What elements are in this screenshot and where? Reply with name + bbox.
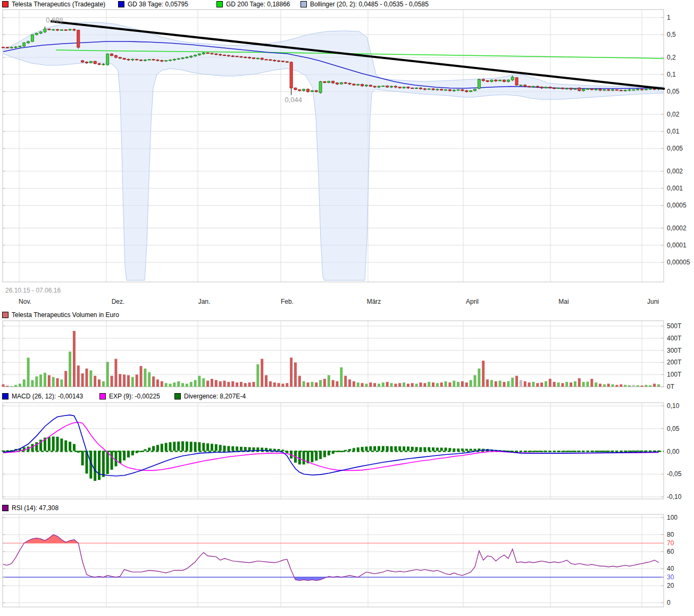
legend-label: GD 38 Tage: 0,05795	[128, 1, 188, 8]
exp-line	[3, 422, 659, 471]
svg-text:0,00005: 0,00005	[667, 259, 690, 266]
svg-text:60: 60	[667, 548, 674, 555]
month-label: Juni	[647, 298, 659, 305]
price-legend: Telesta Therapeutics (Tradegate)GD 38 Ta…	[0, 0, 694, 9]
legend-label: Telesta Therapeutics (Tradegate)	[12, 1, 105, 8]
macd-line	[3, 415, 659, 476]
svg-text:0,0001: 0,0001	[667, 242, 687, 249]
svg-text:0,5: 0,5	[667, 31, 676, 38]
legend-label: Bollinger (20, 2): 0,0485 - 0,0535 - 0,0…	[310, 1, 429, 8]
svg-text:500T: 500T	[667, 322, 682, 330]
legend-label: GD 200 Tage: 0,18866	[226, 1, 290, 8]
svg-text:-0,05: -0,05	[667, 470, 682, 478]
rsi-chart: 1008070604030200	[0, 512, 694, 616]
price-annotation: 0,698	[46, 16, 63, 24]
legend-swatch-icon	[216, 1, 223, 7]
legend-item: Bollinger (20, 2): 0,0485 - 0,0535 - 0,0…	[300, 1, 429, 8]
legend-swatch-icon	[2, 393, 9, 399]
stock-chart-page: { "meta": { "instrument": "Telesta Thera…	[0, 0, 694, 616]
legend-item: GD 38 Tage: 0,05795	[118, 1, 188, 8]
month-label: März	[367, 298, 381, 305]
svg-text:-0,10: -0,10	[667, 493, 682, 501]
month-label: Dez.	[112, 298, 125, 305]
svg-text:200T: 200T	[667, 359, 682, 366]
month-label: April	[466, 298, 479, 305]
price-annotation: 0,044	[285, 96, 302, 104]
macd-legend: MACD (26, 12): -0,00143EXP (9): -0,00225…	[0, 392, 694, 401]
svg-text:0: 0	[667, 599, 671, 606]
rsi-legend: RSI (14): 47,308	[0, 504, 694, 512]
svg-text:40: 40	[667, 565, 674, 572]
svg-text:0,001: 0,001	[667, 185, 683, 192]
volume-chart: 500T400T300T200T100T0T	[0, 319, 694, 401]
legend-swatch-icon	[118, 1, 124, 7]
svg-text:0T: 0T	[667, 383, 675, 390]
legend-item: GD 200 Tage: 0,18866	[216, 1, 290, 8]
legend-label: MACD (26, 12): -0,00143	[12, 393, 83, 400]
svg-text:0,1: 0,1	[667, 71, 676, 78]
month-label: Jan.	[198, 298, 211, 305]
legend-label: Telesta Therapeutics Volumen in Euro	[12, 311, 119, 319]
svg-text:300T: 300T	[667, 347, 682, 354]
macd-chart: 0,100,050,00-0,05-0,10	[0, 401, 694, 504]
legend-label: RSI (14): 47,308	[12, 504, 58, 512]
legend-swatch-icon	[2, 1, 9, 7]
month-label: Feb.	[281, 298, 294, 305]
bollinger-band	[3, 22, 664, 280]
month-label: Mai	[558, 298, 568, 305]
svg-text:1: 1	[667, 14, 671, 21]
svg-text:0,05: 0,05	[667, 88, 680, 95]
svg-text:0,05: 0,05	[667, 425, 680, 432]
rsi-line	[3, 535, 659, 580]
svg-text:0,0005: 0,0005	[667, 202, 687, 209]
legend-swatch-icon	[99, 393, 106, 399]
legend-swatch-icon	[2, 312, 9, 318]
svg-text:70: 70	[667, 539, 674, 547]
svg-text:100T: 100T	[667, 371, 682, 378]
svg-text:0,10: 0,10	[667, 402, 680, 410]
volume-bars	[2, 331, 660, 387]
svg-text:0,005: 0,005	[667, 145, 683, 152]
legend-item: Telesta Therapeutics (Tradegate)	[2, 1, 105, 8]
price-chart: 10,50,20,10,050,020,010,0050,0020,0010,0…	[0, 9, 694, 307]
legend-label: EXP (9): -0,00225	[109, 393, 160, 400]
svg-text:0,02: 0,02	[667, 111, 680, 118]
legend-label: Divergence: 8,207E-4	[184, 393, 246, 400]
svg-text:400T: 400T	[667, 335, 682, 342]
svg-text:0,01: 0,01	[667, 128, 680, 135]
month-label: Nov.	[19, 298, 31, 305]
svg-text:80: 80	[667, 531, 674, 538]
svg-text:0,002: 0,002	[667, 168, 683, 175]
legend-item: RSI (14): 47,308	[2, 504, 58, 512]
volume-legend: Telesta Therapeutics Volumen in Euro	[0, 311, 694, 319]
date-range: 26.10.15 - 07.06.16	[5, 287, 61, 294]
svg-text:20: 20	[667, 582, 674, 589]
legend-item: Divergence: 8,207E-4	[174, 393, 246, 400]
legend-item: Telesta Therapeutics Volumen in Euro	[2, 311, 119, 319]
legend-swatch-icon	[2, 505, 9, 511]
svg-text:0,00: 0,00	[667, 448, 680, 455]
svg-text:0,2: 0,2	[667, 54, 676, 61]
legend-swatch-icon	[300, 1, 307, 7]
legend-item: EXP (9): -0,00225	[99, 393, 160, 400]
legend-swatch-icon	[174, 393, 181, 399]
svg-text:30: 30	[667, 573, 674, 581]
svg-text:0,0002: 0,0002	[667, 224, 687, 232]
legend-item: MACD (26, 12): -0,00143	[2, 393, 83, 400]
svg-text:100: 100	[667, 514, 678, 521]
